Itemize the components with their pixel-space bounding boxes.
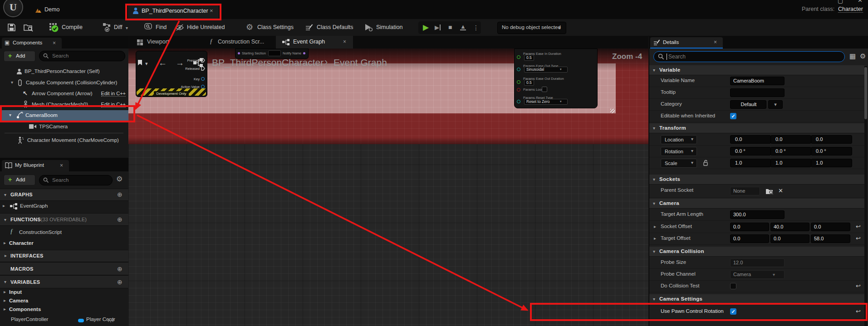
breadcrumb-root[interactable]: BP_ThirdPersonCharacter (212, 57, 324, 68)
add-component-button[interactable]: + Add (4, 51, 35, 62)
socket-offset-z-field[interactable]: 0.0 (811, 223, 850, 231)
category-dropdown-chevron[interactable]: ▾ (768, 100, 783, 109)
expand-icon[interactable]: ▸ (654, 224, 656, 229)
tab-close-icon[interactable]: × (53, 40, 56, 46)
expand-icon[interactable]: ▸ (3, 204, 5, 208)
details-viewmode-icon[interactable]: ▦ (849, 53, 856, 59)
functions-section-header[interactable]: ▾ FUNCTIONS (33 OVERRIDABLE) ⊕ (0, 213, 128, 226)
enum-pin-icon[interactable] (517, 68, 520, 71)
bookmark-chevron-icon[interactable]: ▾ (145, 61, 148, 66)
target-offset-x-field[interactable]: 0.0 (730, 234, 769, 243)
variables-camera-category[interactable]: ▸ Camera (0, 297, 128, 306)
visibility-eye-icon[interactable] (107, 318, 114, 323)
editable-checkbox-checked[interactable]: ✓ (730, 113, 736, 119)
parent-class-value[interactable]: Character (838, 6, 863, 13)
rotation-z-field[interactable]: 0.0 ° (811, 147, 852, 156)
variable-name-input[interactable]: CameraBoom (730, 77, 785, 85)
tab-construction-script[interactable]: ƒ Construction Scr... (191, 36, 276, 49)
find-button[interactable]: Find (144, 22, 172, 34)
interfaces-section-header[interactable]: ▸ INTERFACES (0, 250, 128, 262)
component-row-self[interactable]: BP_ThirdPersonCharacter (Self) (0, 66, 128, 77)
details-search-input[interactable]: Search (653, 51, 845, 62)
details-section-camera-settings[interactable]: ▾ Camera Settings (649, 294, 867, 304)
params-loop-checkbox[interactable] (542, 87, 547, 92)
maximize-button-icon[interactable]: ▢ (838, 0, 843, 4)
component-row-tpscamera[interactable]: TPSCamera (0, 122, 128, 132)
variables-components-category[interactable]: ▸ Components (0, 306, 128, 314)
socket-offset-y-field[interactable]: 40.0 (770, 223, 809, 231)
location-x-field[interactable]: 0.0 (730, 135, 771, 144)
details-scrollbar[interactable] (864, 66, 867, 326)
transport-kebab-icon[interactable]: ⋮ (473, 24, 479, 31)
target-arm-length-field[interactable]: 300.0 (730, 210, 785, 219)
location-y-field[interactable]: 0.0 (770, 135, 811, 144)
graph-node-menu-icon[interactable] (193, 58, 203, 68)
graph-back-icon[interactable]: ← (158, 58, 167, 67)
revert-icon[interactable]: ↩ (856, 283, 861, 289)
enum-pin-icon[interactable] (517, 100, 520, 103)
frame-step-button-icon[interactable]: ▶ (435, 24, 441, 30)
close-window-button-icon[interactable]: ✕ (858, 0, 863, 4)
add-graph-plus-icon[interactable]: ⊕ (117, 191, 123, 198)
expander-icon[interactable]: ▾ (11, 80, 13, 85)
play-button-icon[interactable]: ▶ (423, 24, 429, 31)
tab-components[interactable]: ▣ Components × (2, 38, 62, 49)
simulation-button[interactable]: Simulation (364, 22, 407, 34)
details-section-variable[interactable]: ▾ Variable (649, 65, 867, 75)
struct-pin-icon[interactable] (303, 52, 305, 54)
scale-x-field[interactable]: 1.0 (730, 159, 771, 167)
stop-button-icon[interactable]: ■ (448, 24, 452, 30)
component-row-mesh[interactable]: Mesh (CharacterMesh0) Edit in C++ (0, 99, 128, 110)
bookmark-icon[interactable] (137, 59, 142, 66)
component-row-arrow[interactable]: ↖ Arrow Component (Arrow) Edit in C++ (0, 88, 128, 99)
rotation-x-field[interactable]: 0.0 ° (730, 147, 771, 156)
hide-unrelated-button[interactable]: Hide Unrelated (175, 22, 228, 34)
component-row-charmove[interactable]: Character Movement (CharMoveComp) (0, 135, 128, 146)
comment-resize-grip[interactable] (610, 109, 615, 113)
browse-socket-icon[interactable] (765, 188, 774, 195)
location-z-field[interactable]: 0.0 (811, 135, 852, 144)
compile-button[interactable]: Compile (49, 22, 94, 34)
scale-z-field[interactable]: 1.0 (811, 159, 852, 167)
tab-close-icon[interactable]: × (343, 39, 346, 44)
node-params[interactable]: Params Ease In Duration 0.5 Params Ease … (514, 49, 598, 108)
components-search-input[interactable]: Search (39, 51, 125, 61)
bool-pin-icon[interactable] (517, 88, 520, 92)
details-section-sockets[interactable]: ▾ Sockets (649, 175, 867, 185)
struct-pin-icon[interactable] (238, 52, 240, 54)
class-settings-button[interactable]: ⚙ Class Settings (246, 22, 299, 34)
tab-close-icon[interactable]: × (714, 39, 717, 45)
component-row-capsule[interactable]: ▾ Capsule Component (CollisionCylinder) (0, 78, 128, 88)
expand-icon[interactable]: ▸ (4, 241, 6, 245)
character-category-row[interactable]: ▸ Character (0, 239, 128, 249)
variables-input-category[interactable]: ▸ Input (0, 288, 128, 297)
revert-icon[interactable]: ↩ (856, 224, 861, 229)
add-macro-plus-icon[interactable]: ⊕ (117, 266, 123, 272)
save-icon[interactable] (7, 23, 16, 32)
target-offset-y-field[interactable]: 0.0 (770, 234, 809, 243)
category-dropdown[interactable]: Default (730, 100, 766, 109)
add-function-plus-icon[interactable]: ⊕ (117, 216, 123, 223)
diff-button[interactable]: Diff ▾ (103, 22, 132, 34)
scale-y-field[interactable]: 1.0 (770, 159, 811, 167)
scale-lock-icon[interactable] (703, 160, 708, 166)
tab-event-graph-active[interactable]: Event Graph × (276, 36, 353, 49)
add-variable-plus-icon[interactable]: ⊕ (117, 279, 123, 285)
variables-section-header[interactable]: ▾ VARIABLES ⊕ (0, 275, 128, 288)
details-scrollbar-thumb[interactable] (864, 67, 867, 119)
tab-viewport[interactable]: Viewport (130, 36, 189, 49)
revert-icon[interactable]: ↩ (856, 235, 861, 241)
class-defaults-button[interactable]: Class Defaults (305, 22, 358, 34)
target-offset-z-field[interactable]: 58.0 (811, 234, 850, 243)
float-pin-icon[interactable] (517, 80, 520, 84)
do-collision-test-checkbox-unchecked[interactable] (730, 283, 736, 289)
clear-socket-icon[interactable]: ✕ (778, 188, 783, 194)
graph-canvas[interactable]: Pressed Released Key Action Value Develo… (128, 49, 648, 326)
tab-close-icon[interactable]: × (60, 163, 63, 168)
use-pawn-control-rotation-checkbox-checked[interactable]: ✓ (730, 308, 736, 315)
edit-in-cpp-link[interactable]: Edit in C++ (101, 91, 126, 97)
myblueprint-settings-gear-icon[interactable]: ⚙ (116, 175, 123, 183)
params-ease-out-duration-field[interactable]: 0.5 (524, 80, 534, 86)
graphs-section-header[interactable]: ▾ GRAPHS ⊕ (0, 189, 128, 201)
revert-icon[interactable]: ↩ (856, 308, 861, 314)
